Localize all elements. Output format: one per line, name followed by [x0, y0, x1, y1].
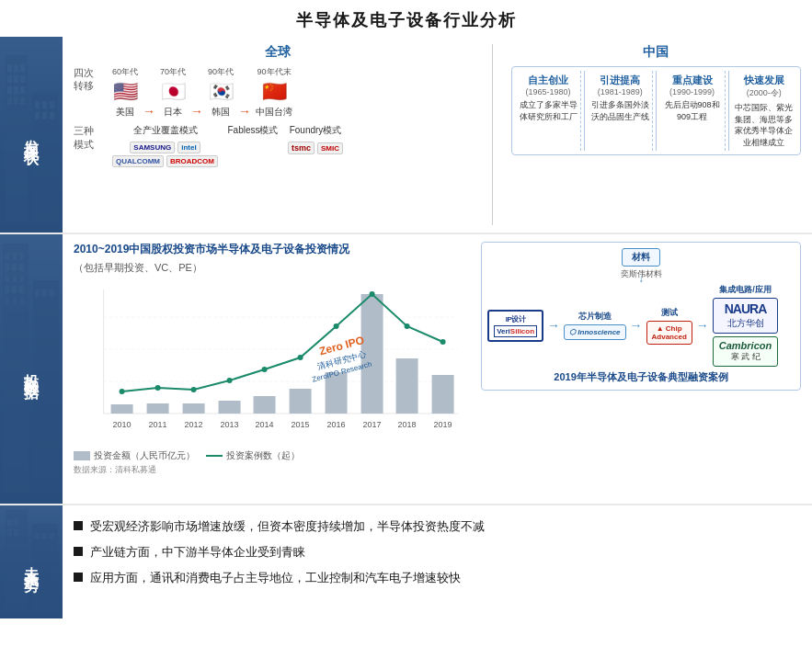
section-content-future: 受宏观经济影响市场增速放缓，但资本密度持续增加，半导体投资热度不减 产业链方面，…: [63, 505, 812, 618]
chart-svg-container: 2010 2011 2012 2013 2014 2015 2016 2017 …: [74, 280, 464, 446]
flag-japan: 70年代 🇯🇵 日本: [160, 66, 186, 119]
section-label-invest-text: 投融数据: [22, 362, 40, 377]
svg-rect-53: [396, 358, 418, 414]
section-label-investment: 投融数据: [0, 234, 63, 504]
svg-point-60: [298, 355, 303, 360]
era-70s: 70年代: [160, 66, 186, 78]
section-bg-investment: 投融数据: [0, 234, 63, 504]
phase2-title: 引进提高: [589, 74, 650, 87]
test-label: 测试: [646, 307, 692, 319]
section-investment: 投融数据 2010~2019中国股权投资市场半导体及电子设备投资情况 （包括早期…: [0, 234, 812, 505]
invest-flow-area: 材料 奕斯伟材料 IP设计 VeriSilicon: [474, 242, 801, 476]
models-label: 三种模式: [74, 124, 107, 152]
bullet-3: [74, 573, 83, 582]
cambricon-logo: Cambricon: [719, 340, 772, 351]
phase-self-startup: 自主创业 (1965-1980) 成立了多家半导体研究所和工厂: [516, 71, 581, 151]
transfer-label: 四次转移: [74, 66, 107, 93]
arrow-1: →: [143, 104, 155, 119]
model-full: 全产业覆盖模式 SAMSUNG intel QUALCOMM BROADCOM: [112, 124, 218, 167]
model-fabless-label: Fabless模式: [227, 124, 278, 137]
chip-adv-box: ▲ ChipAdvanced: [646, 321, 692, 345]
svg-point-58: [227, 378, 233, 383]
chip-label: 芯片制造: [564, 311, 625, 323]
legend-bar-icon: [74, 451, 90, 460]
model-full-label: 全产业覆盖模式: [133, 124, 198, 137]
future-inner: 受宏观经济影响市场增速放缓，但资本密度持续增加，半导体投资热度不减 产业链方面，…: [74, 513, 801, 601]
chart-title: 2010~2019中国股权投资市场半导体及电子设备投资情况: [74, 242, 464, 257]
svg-text:2014: 2014: [256, 420, 274, 429]
chip-col: 芯片制造 ⬡ Innoscience: [564, 311, 625, 340]
model-full-logos2: QUALCOMM BROADCOM: [112, 155, 218, 167]
chart-legend: 投资金额（人民币亿元） 投资案例数（起）: [74, 449, 464, 462]
cambricon-cn: 寒 武 纪: [719, 351, 772, 363]
model-foundry-label: Foundry模式: [290, 124, 342, 137]
phase4-years: (2000-令): [734, 87, 795, 99]
svg-point-55: [120, 389, 125, 394]
model-foundry-logos: tsmc SMIC: [288, 142, 343, 154]
ic-col: 集成电路/应用 NAURA 北方华创 Cambricon 寒 武 纪: [713, 284, 778, 367]
section-label-text: 发展现状: [22, 128, 40, 142]
chart-source: 数据来源：清科私募通: [74, 464, 464, 476]
section-label-development: 发展现状: [0, 37, 63, 233]
svg-point-63: [405, 323, 410, 329]
phase4-desc: 中芯国际、紫光集团、海思等多家优秀半导体企业相继成立: [734, 102, 795, 148]
era-60s: 60年代: [112, 66, 138, 78]
case-label: 2019年半导体及电子设备典型融资案例: [487, 370, 795, 384]
section-content-development: 全球 四次转移 60年代 🇺🇸 美国 → 70年代: [63, 37, 812, 233]
phase3-years: (1990-1999): [661, 87, 722, 96]
svg-point-61: [334, 323, 339, 329]
flow-arrow-1: →: [547, 318, 560, 333]
chip-box: ⬡ Innoscience: [564, 324, 625, 340]
svg-rect-48: [219, 401, 241, 414]
section-bg-future: 未来趋势: [0, 505, 63, 618]
arrow-2: →: [190, 104, 203, 119]
svg-point-59: [262, 367, 268, 372]
section-future: 未来趋势 受宏观经济影响市场增速放缓，但资本密度持续增加，半导体投资热度不减 产…: [0, 505, 812, 618]
svg-text:2013: 2013: [221, 420, 239, 429]
phase-rapid: 快速发展 (2000-令) 中芯国际、紫光集团、海思等多家优秀半导体企业相继成立: [732, 71, 796, 151]
future-text-3: 应用方面，通讯和消费电子占主导地位，工业控制和汽车电子增速较快: [90, 570, 461, 586]
svg-point-57: [191, 387, 197, 392]
section-content-investment: 2010~2019中国股权投资市场半导体及电子设备投资情况 （包括早期投资、VC…: [63, 234, 812, 504]
era-90s: 90年代: [208, 66, 234, 78]
naura-cn: 北方华创: [719, 317, 772, 330]
phase-key-construction: 重点建设 (1990-1999) 先后启动908和909工程: [659, 71, 725, 151]
phase4-title: 快速发展: [734, 74, 795, 87]
flow-arrow-3: →: [696, 318, 709, 333]
legend-line-label: 投资案例数（起）: [226, 449, 300, 462]
svg-text:2010: 2010: [113, 420, 132, 429]
phase2-years: (1981-1989): [589, 87, 650, 96]
flag-usa: 60年代 🇺🇸 美国: [112, 66, 138, 119]
future-text-2: 产业链方面，中下游半导体企业受到青睐: [90, 544, 305, 561]
model-full-logos: SAMSUNG intel: [130, 142, 200, 153]
svg-rect-54: [432, 375, 454, 414]
vertical-arrow: ↓: [638, 272, 644, 289]
future-item-2: 产业链方面，中下游半导体企业受到青睐: [74, 544, 801, 561]
ip-col: IP设计 VeriSilicon: [487, 310, 543, 342]
ip-box: IP设计 VeriSilicon: [487, 310, 543, 342]
svg-text:2019: 2019: [434, 420, 452, 429]
global-header: 全球: [74, 44, 483, 61]
dev-global: 全球 四次转移 60年代 🇺🇸 美国 → 70年代: [74, 44, 493, 225]
main-container: 发展现状 全球 四次转移 60年代 🇺🇸 美国: [0, 37, 812, 618]
svg-text:2015: 2015: [292, 420, 310, 429]
legend-bar-label: 投资金额（人民币亿元）: [94, 449, 195, 462]
cambricon-box: Cambricon 寒 武 纪: [713, 336, 778, 367]
ic-label: 集成电路/应用: [713, 284, 778, 296]
logo-tsmc: tsmc: [288, 142, 315, 154]
svg-text:2017: 2017: [363, 420, 382, 429]
svg-text:2016: 2016: [327, 420, 346, 429]
svg-text:2011: 2011: [149, 420, 167, 429]
phase3-desc: 先后启动908和909工程: [661, 99, 722, 122]
section-label-future-text: 未来趋势: [22, 555, 40, 570]
ip-label: IP设计: [494, 314, 537, 324]
future-text-1: 受宏观经济影响市场增速放缓，但资本密度持续增加，半导体投资热度不减: [90, 518, 485, 535]
china-phases-container: 自主创业 (1965-1980) 成立了多家半导体研究所和工厂 引进提高 (19…: [511, 66, 801, 155]
svg-rect-46: [147, 403, 169, 414]
section-development: 发展现状 全球 四次转移 60年代 🇺🇸 美国: [0, 37, 812, 234]
logo-intel: intel: [177, 142, 200, 153]
phase2-desc: 引进多条国外淡沃的品固生产线: [589, 99, 650, 122]
invest-chart-area: 2010~2019中国股权投资市场半导体及电子设备投资情况 （包括早期投资、VC…: [74, 242, 464, 476]
invest-inner: 2010~2019中国股权投资市场半导体及电子设备投资情况 （包括早期投资、VC…: [74, 242, 801, 476]
phase-import: 引进提高 (1981-1989) 引进多条国外淡沃的品固生产线: [588, 71, 653, 151]
